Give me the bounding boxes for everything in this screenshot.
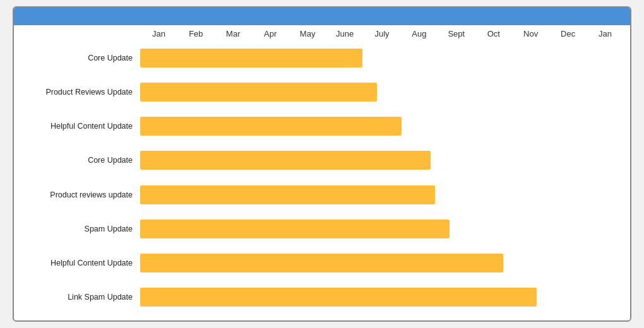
chart-container: JanFebMarAprMayJuneJulyAugSeptOctNovDecJ…: [13, 6, 631, 322]
bar-row: Product Reviews Update: [20, 81, 624, 103]
month-label: July: [364, 29, 401, 38]
bar-area: [140, 185, 624, 204]
month-label: May: [289, 29, 326, 38]
axis-months: JanFebMarAprMayJuneJulyAugSeptOctNovDecJ…: [140, 29, 624, 38]
month-label: Apr: [252, 29, 289, 38]
bar-label: Helpful Content Update: [20, 259, 140, 267]
bar-row: Helpful Content Update: [20, 115, 624, 138]
bar-area: [140, 288, 624, 307]
chart-title: [14, 8, 630, 25]
bar: [140, 288, 537, 307]
bar-label: Core Update: [20, 54, 140, 62]
month-label: Sept: [438, 29, 475, 38]
bar-area: [140, 254, 624, 272]
bar-label: Helpful Content Update: [20, 122, 140, 131]
bar-row: Helpful Content Update: [20, 252, 624, 274]
bar-area: [140, 220, 624, 238]
bar-area: [140, 117, 624, 136]
bar-area: [140, 83, 624, 102]
bar-label: Product Reviews Update: [20, 88, 140, 97]
bar: [140, 254, 503, 272]
month-label: Dec: [549, 29, 587, 38]
bar-area: [140, 151, 624, 170]
bar-row: Product reviews update: [20, 184, 624, 206]
bar: [140, 117, 402, 136]
month-label: Jan: [140, 29, 177, 38]
month-label: Feb: [177, 29, 215, 38]
bars-section: Core UpdateProduct Reviews UpdateHelpful…: [20, 41, 624, 314]
chart-body: JanFebMarAprMayJuneJulyAugSeptOctNovDecJ…: [14, 25, 630, 320]
bar-row: Core Update: [20, 149, 624, 172]
bar-label: Product reviews update: [20, 190, 140, 199]
bar-row: Spam Update: [20, 218, 624, 240]
bar-label: Spam Update: [20, 225, 140, 233]
bar-row: Core Update: [20, 47, 624, 69]
axis-row: JanFebMarAprMayJuneJulyAugSeptOctNovDecJ…: [20, 29, 624, 38]
bar: [140, 151, 431, 170]
month-label: June: [326, 29, 364, 38]
bar-label: Link Spam Update: [20, 293, 140, 302]
month-label: Aug: [400, 29, 438, 38]
bar: [140, 220, 450, 238]
month-label: Oct: [475, 29, 512, 38]
bar: [140, 83, 377, 102]
bar-area: [140, 49, 624, 67]
bar: [140, 185, 435, 204]
month-labels: JanFebMarAprMayJuneJulyAugSeptOctNovDecJ…: [140, 29, 624, 38]
month-label: Mar: [215, 29, 252, 38]
bar-label: Core Update: [20, 156, 140, 165]
month-label: Nov: [512, 29, 549, 38]
month-label: Jan: [587, 29, 624, 38]
bar-row: Link Spam Update: [20, 286, 624, 308]
bar: [140, 49, 362, 67]
